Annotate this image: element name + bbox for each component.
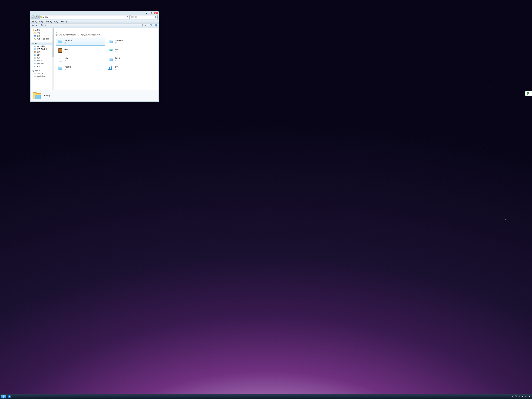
scrollbar-thumb[interactable]	[52, 28, 54, 57]
nav-lib-music[interactable]: 音乐	[31, 65, 54, 68]
nav-lib-bt[interactable]: 蓝牙传输文件	[31, 48, 54, 51]
library-name: 迅雷下载	[64, 66, 71, 68]
svg-rect-21	[34, 54, 36, 56]
library-item[interactable]: 文档库	[56, 56, 105, 63]
refresh-button[interactable]	[126, 15, 129, 19]
preview-pane-button[interactable]	[150, 24, 153, 27]
tray-network-icon[interactable]	[529, 395, 531, 398]
svg-rect-47	[33, 93, 37, 94]
library-item[interactable]: 视频库	[56, 47, 105, 54]
tray-ime-icon[interactable]	[515, 395, 517, 398]
nav-libraries-header[interactable]: 库	[31, 42, 54, 45]
nav-lib-xunlei[interactable]: 迅雷下载	[31, 62, 54, 65]
library-type: 库	[64, 68, 71, 70]
address-dropdown[interactable]	[123, 15, 125, 19]
svg-rect-31	[34, 76, 36, 77]
svg-rect-37	[59, 49, 62, 52]
minimize-button[interactable]	[145, 12, 149, 14]
tray-ime[interactable]: CH	[511, 396, 513, 398]
library-icon	[57, 65, 63, 71]
menu-view[interactable]: 查看(V)	[46, 20, 52, 23]
new-library-button[interactable]: 新建库	[41, 24, 47, 27]
svg-rect-53	[526, 396, 527, 397]
svg-rect-7	[142, 25, 143, 25]
svg-rect-27	[34, 63, 36, 64]
library-name: 蓝牙传输文件	[115, 39, 125, 42]
nav-lib-video[interactable]: 视频	[31, 51, 54, 53]
nav-downloads[interactable]: 下载	[31, 32, 54, 35]
floating-widget[interactable]: 415s	[525, 91, 532, 96]
computer-icon	[32, 70, 34, 72]
svg-rect-44	[110, 59, 113, 61]
nav-lib-new[interactable]: 新建库	[31, 59, 54, 62]
gem-label: 415s	[527, 92, 529, 93]
recent-icon	[34, 38, 36, 40]
menu-tools[interactable]: 工具(T)	[54, 20, 59, 23]
forward-button[interactable]	[35, 15, 39, 19]
nav-scrollbar[interactable]	[51, 28, 54, 90]
svg-rect-4	[41, 17, 42, 18]
tray-volume-icon[interactable]	[522, 395, 524, 398]
nav-drive-d[interactable]: 本地磁盘 (D:)	[31, 75, 54, 78]
library-name: 新建库	[115, 57, 120, 59]
search-icon	[155, 16, 157, 18]
svg-point-49	[3, 396, 5, 398]
breadcrumb-sep-icon: ▸	[43, 16, 44, 18]
library-type: 库	[115, 59, 120, 62]
library-icon	[108, 48, 114, 53]
breadcrumb-root[interactable]: 库	[45, 16, 47, 18]
svg-rect-55	[529, 397, 529, 397]
library-icon	[57, 48, 63, 53]
view-options-button[interactable]	[141, 24, 147, 27]
nav-favorites-header[interactable]: 收藏夹	[31, 29, 54, 32]
menu-help[interactable]: 帮助(H)	[61, 20, 67, 23]
menu-edit[interactable]: 编辑(E)	[39, 20, 44, 23]
library-icon	[34, 60, 36, 62]
library-type: 库	[115, 42, 125, 44]
svg-rect-33	[110, 41, 113, 43]
back-button[interactable]	[31, 15, 35, 19]
menu-file[interactable]: 文件(F)	[32, 20, 37, 23]
library-item[interactable]: 蓝牙传输文件库	[107, 38, 156, 46]
svg-rect-56	[529, 396, 530, 397]
svg-rect-52	[515, 396, 516, 397]
nav-recent[interactable]: 最近访问的位置	[31, 38, 54, 40]
desktop-icon	[34, 35, 36, 37]
taskbar-app-1[interactable]	[1, 395, 6, 399]
svg-rect-26	[34, 60, 36, 61]
svg-rect-36	[62, 48, 62, 53]
svg-rect-19	[34, 49, 36, 50]
maximize-button[interactable]	[149, 12, 153, 14]
library-item[interactable]: 迅雷下载库	[56, 64, 105, 72]
tray-chevron-icon[interactable]	[518, 395, 520, 398]
help-button[interactable]: ?	[155, 24, 157, 26]
close-button[interactable]	[154, 12, 158, 14]
organize-menu[interactable]: 组织	[31, 24, 38, 27]
libraries-icon	[40, 16, 43, 19]
svg-rect-28	[33, 70, 34, 71]
nav-drive-c[interactable]: WIN7 (C:)	[31, 72, 54, 75]
tray-battery-icon[interactable]	[525, 395, 527, 398]
library-item[interactable]: 图片库	[107, 47, 156, 54]
nav-desktop[interactable]: 桌面	[31, 35, 54, 38]
nav-lib-pptv[interactable]: PPTV视频	[31, 45, 54, 48]
content-heading: 库	[56, 29, 155, 33]
drive-icon	[34, 75, 36, 77]
svg-rect-8	[142, 25, 143, 26]
drive-icon	[34, 72, 36, 75]
svg-point-5	[155, 17, 156, 18]
music-icon	[34, 65, 36, 67]
search-input[interactable]: 搜索 库	[130, 15, 158, 19]
library-type: 库	[115, 51, 119, 53]
address-bar[interactable]: ▸ 库 ▸	[39, 15, 130, 19]
nav-lib-pics[interactable]: 图片	[31, 53, 54, 56]
taskbar-app-2[interactable]: K	[7, 395, 12, 399]
library-item[interactable]: PPTV视频库	[56, 38, 105, 46]
svg-rect-20	[34, 51, 36, 53]
nav-lib-docs[interactable]: 文档	[31, 56, 54, 59]
library-item[interactable]: 音乐库	[107, 64, 156, 72]
nav-computer-header[interactable]: 计算机	[31, 69, 54, 72]
svg-rect-18	[34, 46, 36, 47]
library-type: 库	[64, 42, 72, 44]
library-item[interactable]: 新建库库	[107, 56, 156, 63]
